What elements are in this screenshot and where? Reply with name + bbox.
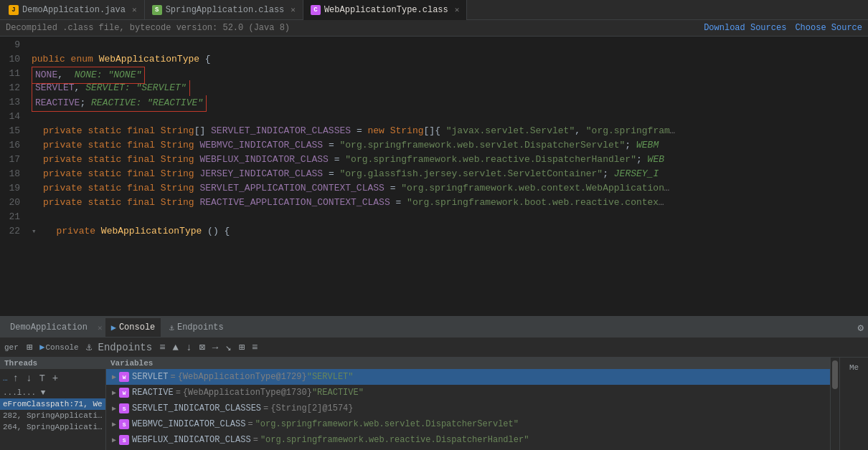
scroll-thumb[interactable] xyxy=(832,360,838,389)
tab-demo-close[interactable]: ✕ xyxy=(132,5,137,14)
right-scrollbar[interactable] xyxy=(831,358,839,450)
line-numbers: 9 10 11 12 13 14 15 16 17 18 19 20 21 22 xyxy=(0,37,26,316)
threads-panel: Threads … ↑ ↓ ⊤ + ...l... ▼ eFromClasspa… xyxy=(0,358,106,450)
toolbar-settings[interactable]: ≡ xyxy=(157,340,167,355)
settings-icon[interactable]: ⚙ xyxy=(854,322,868,334)
download-sources-link[interactable]: Download Sources xyxy=(704,23,786,33)
threads-up-btn[interactable]: ↑ xyxy=(11,371,21,386)
code-line-20: private static final String REACTIVE_APP… xyxy=(32,196,868,210)
var-icon-servlet-classes: S xyxy=(119,403,129,413)
var-arrow-webmvc: ▶ xyxy=(112,420,116,429)
var-item-webmvc[interactable]: ▶ S WEBMVC_INDICATOR_CLASS = "org.spring… xyxy=(106,416,830,432)
editor-area: 9 10 11 12 13 14 15 16 17 18 19 20 21 22… xyxy=(0,37,868,316)
debug-main: Threads … ↑ ↓ ⊤ + ...l... ▼ eFromClasspa… xyxy=(0,358,868,450)
threads-toolbar: … ↑ ↓ ⊤ + xyxy=(0,369,105,387)
toolbar-more[interactable]: ≡ xyxy=(250,340,260,355)
var-icon-reactive: W xyxy=(119,388,129,398)
toolbar-stop[interactable]: ⊠ xyxy=(197,340,207,355)
choose-source-link[interactable]: Choose Source xyxy=(795,23,862,33)
toolbar-step-over[interactable]: → xyxy=(210,340,220,355)
threads-down-btn[interactable]: ↓ xyxy=(24,371,34,386)
var-icon-webflux: S xyxy=(119,435,129,445)
code-content: public enum WebApplicationType { NONE, N… xyxy=(26,37,868,316)
panel-close-icon[interactable]: ✕ xyxy=(98,323,103,332)
variables-panel: Variables ▶ W SERVLET = {WebApplicationT… xyxy=(106,358,831,450)
tab-webapp-label: WebApplicationType.class xyxy=(324,5,448,15)
threads-header: Threads xyxy=(0,358,105,369)
debug-toolbar: ger ⊞ ▶ Console ⚓ Endpoints ≡ ▲ ↓ ⊠ → ↘ … xyxy=(0,338,868,358)
var-icon-webmvc: S xyxy=(119,419,129,429)
java-icon: J xyxy=(9,5,19,15)
toolbar-step-into[interactable]: ↘ xyxy=(223,340,233,355)
tab-spring-close[interactable]: ✕ xyxy=(291,5,296,14)
toolbar-pause[interactable]: ↓ xyxy=(184,340,194,355)
restore-layout-btn[interactable]: ⊞ xyxy=(24,340,34,355)
tab-spring[interactable]: S SpringApplication.class ✕ xyxy=(145,0,303,20)
info-text: Decompiled .class file, bytecode version… xyxy=(6,23,290,33)
var-item-servlet-classes[interactable]: ▶ S SERVLET_INDICATOR_CLASSES = {String[… xyxy=(106,401,830,416)
code-line-21 xyxy=(32,210,868,224)
variables-header: Variables xyxy=(106,358,830,369)
code-line-16: private static final String WEBMVC_INDIC… xyxy=(32,138,868,153)
tab-console-label: Console xyxy=(119,322,155,332)
var-item-servlet[interactable]: ▶ W SERVLET = {WebApplicationType@1729} … xyxy=(106,369,830,385)
thread-item-3[interactable]: 264, SpringApplication ( xyxy=(0,421,105,433)
tab-webapp[interactable]: C WebApplicationType.class ✕ xyxy=(303,0,467,20)
var-arrow-servlet-classes: ▶ xyxy=(112,404,116,413)
code-line-22: ▾ private WebApplicationType () { xyxy=(32,224,868,239)
spring-icon: S xyxy=(152,5,162,15)
var-item-reactive[interactable]: ▶ W REACTIVE = {WebApplicationType@1730}… xyxy=(106,385,830,401)
info-bar: Decompiled .class file, bytecode version… xyxy=(0,20,868,37)
bottom-tab-left: DemoApplication ✕ ▶ Console ⚓ Endpoints xyxy=(4,318,230,337)
code-line-10: public enum WebApplicationType { xyxy=(32,52,868,67)
code-line-15: private static final String[] SERVLET_IN… xyxy=(32,124,868,138)
endpoints-btn[interactable]: ⚓ Endpoints xyxy=(84,340,154,355)
threads-search-icon: … xyxy=(3,374,8,383)
thread-item-0[interactable]: ...l... ▼ xyxy=(0,387,105,398)
bottom-panel: DemoApplication ✕ ▶ Console ⚓ Endpoints … xyxy=(0,316,868,450)
thread-item-1[interactable]: eFromClasspath:71, We xyxy=(0,398,105,410)
tab-endpoints[interactable]: ⚓ Endpoints xyxy=(164,318,229,337)
thread-item-2[interactable]: 282, SpringApplication xyxy=(0,410,105,421)
tab-console[interactable]: ▶ Console xyxy=(105,318,161,337)
tab-endpoints-label: Endpoints xyxy=(177,322,224,332)
info-links: Download Sources Choose Source xyxy=(704,23,862,33)
var-arrow-webflux: ▶ xyxy=(112,436,116,444)
toolbar-resume[interactable]: ▲ xyxy=(171,340,181,355)
class-icon: C xyxy=(311,5,321,15)
console-btn[interactable]: ▶ Console xyxy=(37,340,80,354)
var-icon-servlet: W xyxy=(119,372,129,382)
bottom-panel-title: DemoApplication xyxy=(4,321,93,334)
toolbar-frames[interactable]: ⊞ xyxy=(237,340,247,355)
code-line-12: SERVLET, SERVLET: "SERVLET" xyxy=(32,81,868,95)
right-panel-extra: Me load xyxy=(839,358,868,450)
code-line-9 xyxy=(32,38,868,52)
code-line-19: private static final String SERVLET_APPL… xyxy=(32,181,868,196)
tab-spring-label: SpringApplication.class xyxy=(166,5,285,15)
tab-bar: J DemoApplication.java ✕ S SpringApplica… xyxy=(0,0,868,20)
tab-webapp-close[interactable]: ✕ xyxy=(455,5,460,14)
var-arrow-servlet: ▶ xyxy=(112,373,116,381)
tab-demo[interactable]: J DemoApplication.java ✕ xyxy=(1,0,145,20)
threads-filter-btn[interactable]: ⊤ xyxy=(37,370,47,386)
code-line-13: REACTIVE; REACTIVE: "REACTIVE" xyxy=(32,95,868,110)
var-item-webflux[interactable]: ▶ S WEBFLUX_INDICATOR_CLASS = "org.sprin… xyxy=(106,432,830,448)
bottom-tab-bar: DemoApplication ✕ ▶ Console ⚓ Endpoints … xyxy=(0,317,868,338)
code-line-18: private static final String JERSEY_INDIC… xyxy=(32,167,868,181)
panel-section-label: ger xyxy=(4,343,19,352)
code-line-17: private static final String WEBFLUX_INDI… xyxy=(32,153,868,167)
var-arrow-reactive: ▶ xyxy=(112,388,116,397)
code-line-14 xyxy=(32,110,868,124)
code-line-11: NONE, NONE: "NONE" xyxy=(32,67,868,81)
me-label: Me xyxy=(845,360,863,375)
threads-add-btn[interactable]: + xyxy=(50,371,60,386)
tab-demo-label: DemoApplication.java xyxy=(22,5,126,15)
